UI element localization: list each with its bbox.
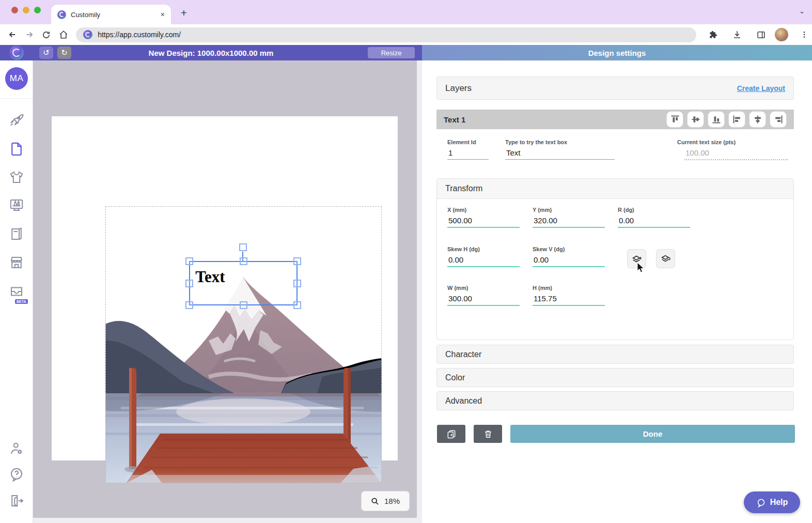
sidebar-item-account[interactable] xyxy=(9,441,24,456)
resize-handle-s[interactable] xyxy=(240,301,247,309)
align-right-button[interactable] xyxy=(770,111,787,128)
align-vertical-center-button[interactable] xyxy=(687,111,704,128)
sidebar-item-getting-started[interactable] xyxy=(9,112,24,128)
skew-h-input[interactable]: 0.00 xyxy=(447,252,520,267)
skew-v-input[interactable]: 0.00 xyxy=(533,252,605,267)
tab-search-chevron-icon[interactable]: ⌄ xyxy=(799,7,805,15)
duplicate-layer-button[interactable] xyxy=(437,425,465,443)
r-field: R (dg) 0.00 xyxy=(618,207,690,228)
extensions-puzzle-icon[interactable] xyxy=(706,27,721,42)
h-label: H (mm) xyxy=(533,285,605,291)
side-panel-icon[interactable] xyxy=(753,27,769,42)
horizontal-scrollbar[interactable] xyxy=(33,518,417,523)
sidebar-item-mockups[interactable] xyxy=(9,197,24,213)
tab-close-icon[interactable]: × xyxy=(161,10,165,19)
align-bottom-button[interactable] xyxy=(708,111,725,128)
y-input[interactable]: 320.00 xyxy=(533,213,605,228)
r-label: R (dg) xyxy=(618,207,690,213)
help-button[interactable]: Help xyxy=(744,491,800,513)
user-avatar[interactable]: MA xyxy=(5,67,28,90)
maximize-window-button[interactable] xyxy=(34,7,41,13)
reload-icon[interactable] xyxy=(39,27,54,42)
align-horizontal-center-button[interactable] xyxy=(749,111,766,128)
sidebar-item-catalog[interactable] xyxy=(9,226,24,242)
resize-button[interactable]: Resize xyxy=(368,47,415,58)
skew-v-field: Skew V (dg) 0.00 xyxy=(533,246,605,267)
x-input[interactable]: 500.00 xyxy=(447,213,520,228)
r-input[interactable]: 0.00 xyxy=(618,213,690,228)
character-section-header[interactable]: Character xyxy=(436,345,794,364)
sidebar-item-store[interactable] xyxy=(9,255,24,270)
tshirt-icon xyxy=(9,170,24,185)
url-text[interactable]: https://app.customily.com/ xyxy=(98,30,181,39)
sidebar-divider xyxy=(0,98,33,99)
element-id-input[interactable]: 1 xyxy=(447,145,489,160)
element-id-label: Element Id xyxy=(447,139,489,145)
redo-button[interactable]: ↻ xyxy=(57,47,71,59)
selection-box[interactable] xyxy=(189,261,298,305)
user-settings-icon xyxy=(9,441,24,456)
delete-layer-button[interactable] xyxy=(474,425,502,443)
resize-handle-e[interactable] xyxy=(293,280,301,287)
align-top-button[interactable] xyxy=(666,111,683,128)
close-window-button[interactable] xyxy=(11,7,18,13)
element-id-field: Element Id 1 xyxy=(447,139,489,160)
rocket-icon xyxy=(9,112,24,128)
question-bubble-icon xyxy=(9,467,24,482)
forward-icon[interactable] xyxy=(22,27,37,42)
advanced-section-header[interactable]: Advanced xyxy=(436,391,794,410)
create-layout-link[interactable]: Create Layout xyxy=(737,84,785,93)
magnifier-icon xyxy=(371,497,379,505)
resize-handle-ne[interactable] xyxy=(293,257,301,265)
browser-toolbar: https://app.customily.com/ xyxy=(0,24,812,45)
send-backward-button[interactable] xyxy=(656,249,675,268)
resize-handle-sw[interactable] xyxy=(185,301,193,309)
zoom-indicator[interactable]: 18% xyxy=(362,491,409,511)
design-monitor-icon xyxy=(9,197,24,213)
store-icon xyxy=(9,255,24,270)
minimize-window-button[interactable] xyxy=(23,7,29,13)
h-input[interactable]: 115.75 xyxy=(533,291,605,306)
w-label: W (mm) xyxy=(447,285,520,291)
sidebar-item-orders-beta[interactable] xyxy=(9,284,24,299)
sidebar-item-templates[interactable] xyxy=(9,141,24,157)
transform-header[interactable]: Transform xyxy=(437,179,793,199)
rotate-handle[interactable] xyxy=(239,243,247,251)
back-icon[interactable] xyxy=(5,27,20,42)
resize-handle-n[interactable] xyxy=(240,257,247,265)
w-input[interactable]: 300.00 xyxy=(447,291,520,306)
text-size-field: Current text size (pts) 100.00 xyxy=(677,139,788,160)
browser-tab[interactable]: Customily × xyxy=(51,5,171,24)
text-value-input[interactable]: Text xyxy=(505,145,615,160)
vertical-scrollbar[interactable] xyxy=(417,60,422,523)
design-page[interactable]: Text xyxy=(52,116,398,460)
resize-handle-se[interactable] xyxy=(293,301,301,309)
new-tab-button[interactable]: + xyxy=(177,6,191,21)
canvas-workspace[interactable]: Text xyxy=(33,60,422,523)
browser-profile-avatar[interactable] xyxy=(775,28,788,41)
sidebar-item-help[interactable] xyxy=(9,467,24,482)
layer-name: Text 1 xyxy=(444,115,663,124)
sidebar-item-logout[interactable] xyxy=(9,493,24,509)
align-left-button[interactable] xyxy=(728,111,745,128)
send-backward-icon xyxy=(660,253,672,265)
color-section-header[interactable]: Color xyxy=(436,368,794,387)
align-left-icon xyxy=(732,114,742,125)
customily-logo[interactable] xyxy=(9,45,24,60)
done-button[interactable]: Done xyxy=(510,425,795,443)
resize-handle-nw[interactable] xyxy=(185,257,193,265)
home-icon[interactable] xyxy=(56,27,71,42)
download-icon[interactable] xyxy=(729,27,745,42)
text-size-label: Current text size (pts) xyxy=(677,139,788,145)
layer-row-text1[interactable]: Text 1 xyxy=(436,110,794,129)
layers-title: Layers xyxy=(445,83,737,94)
y-field: Y (mm) 320.00 xyxy=(533,207,605,228)
url-bar[interactable]: https://app.customily.com/ xyxy=(76,27,696,42)
text-size-value: 100.00 xyxy=(684,145,788,160)
resize-handle-w[interactable] xyxy=(185,280,193,287)
align-bottom-icon xyxy=(711,114,722,125)
sidebar-item-products[interactable] xyxy=(9,170,24,185)
undo-button[interactable]: ↺ xyxy=(39,47,53,59)
browser-menu-kebab-icon[interactable] xyxy=(797,27,812,42)
brochure-icon xyxy=(9,226,24,242)
